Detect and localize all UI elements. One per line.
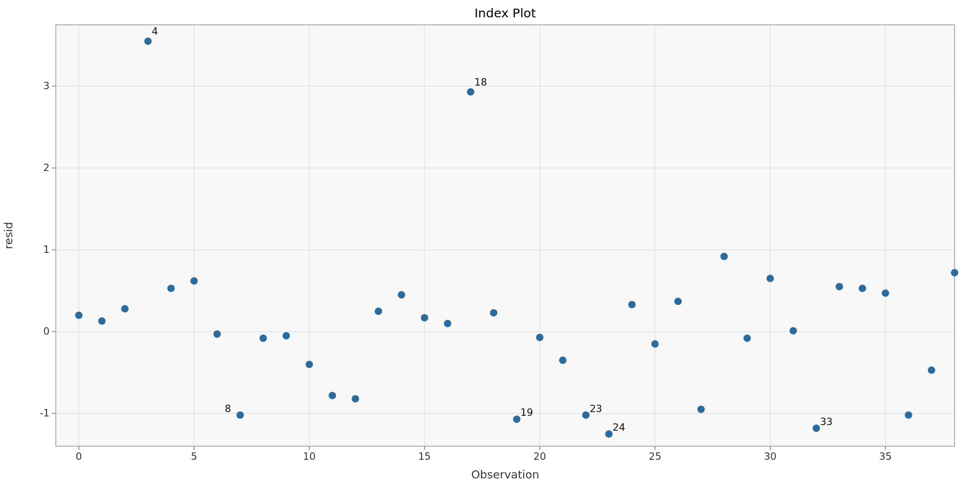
svg-text:Observation: Observation [471,468,539,481]
svg-text:8: 8 [224,403,231,415]
svg-point-79 [720,253,728,260]
svg-point-52 [213,330,221,338]
svg-text:24: 24 [612,421,625,433]
svg-point-69 [536,333,544,341]
svg-text:33: 33 [820,416,832,428]
svg-point-59 [351,395,359,402]
svg-point-90 [951,269,958,276]
svg-text:30: 30 [764,451,776,462]
svg-text:Index Plot: Index Plot [474,6,536,20]
svg-point-86 [859,284,866,292]
svg-point-82 [790,327,797,335]
svg-point-81 [767,275,774,282]
svg-text:19: 19 [521,407,533,418]
svg-point-71 [582,411,589,419]
svg-point-67 [513,415,521,423]
svg-point-88 [905,411,912,419]
svg-point-57 [306,361,313,368]
svg-point-51 [190,277,198,284]
svg-point-87 [881,289,889,297]
svg-text:4: 4 [152,25,158,37]
svg-rect-1 [56,25,955,446]
svg-text:resid: resid [2,222,15,249]
svg-point-62 [421,314,428,322]
svg-point-75 [628,301,635,309]
svg-point-60 [375,307,382,315]
svg-point-50 [167,284,175,292]
svg-text:23: 23 [589,403,602,415]
svg-point-46 [98,317,105,325]
svg-point-85 [836,283,843,291]
svg-point-47 [121,305,129,312]
svg-point-70 [559,356,567,364]
svg-text:18: 18 [474,76,487,88]
svg-point-83 [813,425,820,432]
svg-point-55 [260,335,267,342]
svg-point-63 [444,320,451,327]
svg-text:-1: -1 [40,407,50,419]
svg-point-76 [651,340,659,348]
svg-point-45 [75,312,82,319]
svg-point-73 [605,430,612,438]
svg-point-48 [144,37,152,45]
svg-text:1: 1 [43,244,50,255]
svg-point-89 [928,366,935,374]
svg-point-58 [329,392,336,399]
svg-text:0: 0 [43,325,50,337]
svg-text:15: 15 [418,451,431,462]
svg-point-56 [283,332,290,340]
chart-container: 05101520253035-10123Index PlotObservatio… [0,0,980,484]
svg-point-64 [467,88,474,95]
svg-point-66 [490,309,497,317]
svg-text:3: 3 [43,80,50,92]
svg-text:25: 25 [648,451,661,462]
svg-text:10: 10 [303,451,316,462]
svg-text:2: 2 [43,162,50,174]
svg-point-78 [697,406,705,413]
svg-text:0: 0 [76,451,82,462]
svg-text:35: 35 [879,451,891,462]
svg-point-77 [674,297,682,305]
svg-point-61 [398,291,405,299]
svg-point-80 [743,335,751,342]
svg-text:20: 20 [534,451,546,462]
index-plot-svg: 05101520253035-10123Index PlotObservatio… [0,0,980,484]
svg-point-53 [236,411,244,419]
svg-text:5: 5 [191,451,197,462]
